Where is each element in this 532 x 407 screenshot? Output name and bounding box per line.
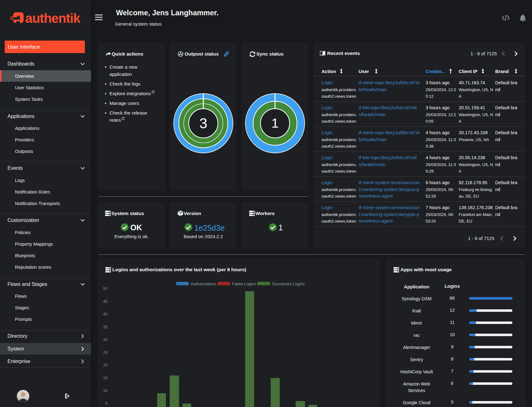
svg-text:1: 1 (271, 116, 278, 130)
svg-text:authentik: authentik (25, 11, 81, 26)
svg-text:3: 3 (199, 115, 207, 131)
